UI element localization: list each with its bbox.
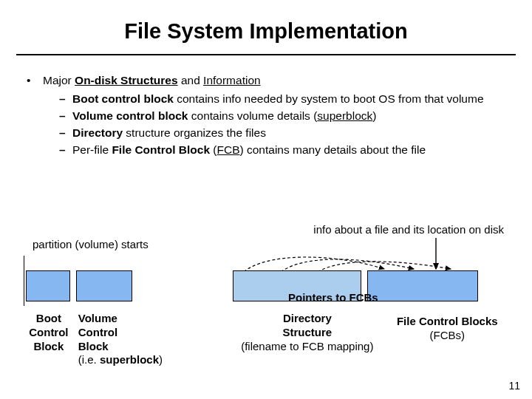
slide-body: • Major On-disk Structures and Informati… — [0, 55, 532, 160]
bullet-dot: • — [27, 73, 43, 160]
gap — [138, 286, 233, 287]
partition-start-bar — [24, 256, 24, 306]
text: Volume — [78, 312, 117, 324]
sub-bullets: – Boot control block contains info neede… — [43, 92, 505, 158]
text: (filename to FCB mapping) — [241, 340, 373, 352]
page-number: 11 — [508, 380, 520, 392]
sub-text: Volume control block contains volume det… — [72, 109, 505, 124]
text: Control — [78, 326, 117, 338]
dash: – — [59, 126, 72, 141]
text: contains info needed by system to boot O… — [174, 92, 484, 105]
sub-bullet: – Directory structure organizes the file… — [59, 126, 505, 141]
underline-text: superblock — [317, 109, 372, 122]
text: Per-file — [72, 143, 112, 156]
pointers-to-fcbs-label: Pointers to FCBs — [288, 291, 378, 304]
volume-control-block — [76, 270, 132, 301]
label-volume: Volume Control Block (i.e. superblock) — [75, 312, 188, 367]
sub-bullet: – Boot control block contains info neede… — [59, 92, 505, 107]
sub-text: Per-file File Control Block (FCB) contai… — [72, 143, 505, 158]
text: Directory — [283, 312, 332, 324]
annotation-file-info: info about a file and its location on di… — [313, 223, 504, 236]
text: Block — [33, 340, 64, 352]
dash: – — [59, 92, 72, 107]
label-directory: Directory Structure (filename to FCB map… — [230, 312, 384, 367]
underline-text: Information — [203, 74, 261, 86]
text: File Control Blocks — [397, 315, 498, 327]
sub-bullet: – Volume control block contains volume d… — [59, 109, 505, 124]
text: Block — [78, 340, 109, 352]
text: contains volume details ( — [188, 109, 317, 122]
dash: – — [59, 109, 72, 124]
text: and — [178, 74, 203, 86]
bold: Volume control block — [72, 109, 188, 122]
bullet-level1: • Major On-disk Structures and Informati… — [27, 73, 505, 160]
text: (i.e. — [78, 353, 100, 366]
boot-control-block — [26, 270, 70, 301]
sub-bullet: – Per-file File Control Block (FCB) cont… — [59, 143, 505, 158]
text: Control — [29, 326, 68, 338]
text: structure organizes the files — [123, 126, 266, 139]
diagram: partition (volume) starts info about a f… — [22, 223, 510, 384]
text: Boot — [36, 312, 61, 324]
annotation-partition-start: partition (volume) starts — [33, 238, 149, 250]
underline-text: On-disk Structures — [75, 74, 178, 86]
gap — [187, 312, 230, 367]
underline-text: FCB — [217, 143, 240, 156]
text: ) — [372, 109, 376, 122]
bullet-headline: Major On-disk Structures and Information — [43, 73, 505, 89]
label-boot: Boot Control Block — [22, 312, 75, 367]
block-labels: Boot Control Block Volume Control Block … — [22, 312, 510, 367]
fcbs-block — [367, 270, 478, 301]
bold: File Control Block — [112, 143, 210, 156]
text: (FCBs) — [430, 329, 466, 341]
label-fcbs: File Control Blocks (FCBs) — [385, 312, 510, 367]
sub-text: Boot control block contains info needed … — [72, 92, 505, 107]
bold: superblock — [100, 353, 159, 366]
bold: Boot control block — [72, 92, 174, 105]
slide: File System Implementation • Major On-di… — [0, 0, 532, 399]
dash: – — [59, 143, 72, 158]
text: Structure — [282, 326, 332, 338]
text: ( — [210, 143, 216, 156]
text: Major — [43, 74, 75, 86]
slide-title: File System Implementation — [0, 0, 532, 54]
sub-text: Directory structure organizes the files — [72, 126, 505, 141]
text: ) contains many details about the file — [240, 143, 426, 156]
text: ) — [159, 353, 163, 366]
bold: Directory — [72, 126, 123, 139]
bullet-content: Major On-disk Structures and Information… — [43, 73, 505, 160]
block-row — [26, 270, 484, 301]
